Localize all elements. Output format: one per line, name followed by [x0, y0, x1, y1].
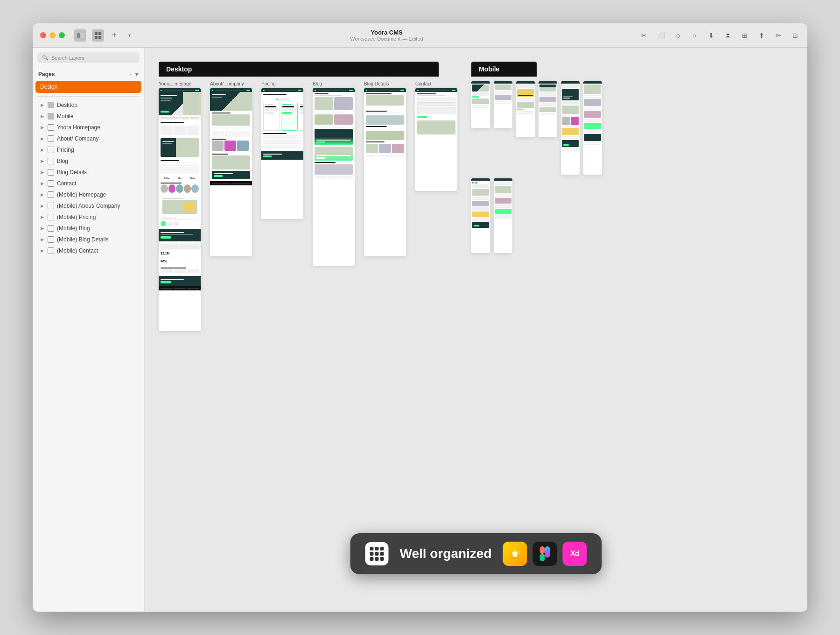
- sketch-icon[interactable]: [503, 542, 527, 566]
- svg-rect-9: [540, 546, 545, 554]
- layer-label: (Mobile) Pricing: [57, 214, 96, 220]
- screen-icon: [48, 158, 54, 164]
- view-options-icon[interactable]: ⊡: [791, 31, 800, 40]
- maximize-button[interactable]: [59, 32, 65, 38]
- layer-item-mobile[interactable]: ▶ Mobile: [35, 111, 142, 122]
- page-frame-contact[interactable]: [415, 88, 457, 191]
- download-icon[interactable]: ⬇: [707, 31, 716, 40]
- layer-item-contact[interactable]: ▶ Contact: [35, 178, 142, 189]
- diamond-icon[interactable]: ◇: [673, 31, 682, 40]
- screen-icon: [48, 191, 54, 198]
- adobe-xd-icon[interactable]: Xd: [563, 542, 587, 566]
- chevron-icon: ▶: [39, 136, 45, 141]
- screen-icon: [48, 225, 54, 232]
- divider: [37, 96, 140, 97]
- crop-icon[interactable]: ⬜: [656, 31, 665, 40]
- page-item-design[interactable]: Design: [35, 81, 141, 93]
- search-placeholder: Search Layers: [51, 55, 84, 61]
- layer-item-mobile-blog-details[interactable]: ▶ (Mobile) Blog Details: [35, 234, 142, 245]
- page-col-pricing: Pricing: [261, 81, 303, 219]
- svg-rect-2: [95, 32, 98, 35]
- layer-label: Desktop: [57, 102, 77, 108]
- search-layers-input[interactable]: 🔍 Search Layers: [37, 52, 140, 63]
- toolbar: ✂ ⬜ ◇ ○ ⬇ ⧗ ⊞ ⬆ ✏ ⊡: [639, 31, 800, 40]
- sidebar: 🔍 Search Layers Pages + ▾ Design ▶ Deskt…: [33, 48, 145, 612]
- cut-icon[interactable]: ✂: [639, 31, 649, 40]
- page-frame-homepage[interactable]: 290+ 12+ 20K+: [159, 88, 201, 331]
- filter-icon[interactable]: ⧗: [723, 31, 733, 40]
- mobile-frame-2[interactable]: [494, 81, 512, 128]
- desktop-label: Desktop: [159, 62, 439, 77]
- page-col-about: About/...ompany: [210, 81, 252, 256]
- svg-rect-0: [77, 33, 80, 38]
- chevron-down-icon[interactable]: ▾: [125, 31, 134, 40]
- add-page-button[interactable]: +: [129, 70, 133, 78]
- desktop-section: Desktop Yoora...mepage: [159, 62, 457, 331]
- minimize-button[interactable]: [49, 32, 56, 38]
- mobile-frame-1[interactable]: [471, 81, 490, 128]
- layer-label: Mobile: [57, 113, 73, 120]
- chevron-icon: ▶: [39, 248, 45, 254]
- mobile-frame-5[interactable]: [561, 81, 580, 175]
- page-frame-about[interactable]: [210, 88, 252, 256]
- layer-item-desktop[interactable]: ▶ Desktop: [35, 99, 142, 111]
- page-frame-blogdetails[interactable]: [364, 88, 406, 256]
- layer-item-mobile-pricing[interactable]: ▶ (Mobile) Pricing: [35, 212, 142, 223]
- add-button[interactable]: +: [110, 31, 119, 40]
- screen-icon: [48, 147, 54, 153]
- close-button[interactable]: [40, 32, 46, 38]
- svg-rect-12: [545, 550, 550, 557]
- screen-icon: [48, 247, 54, 254]
- sidebar-toggle-icon[interactable]: [74, 29, 86, 42]
- app-subtitle: Workspace Document — Edited: [350, 36, 423, 42]
- chevron-icon: ▶: [39, 181, 45, 186]
- layer-item-pricing[interactable]: ▶ Pricing: [35, 144, 142, 155]
- mobile-frame-6[interactable]: [583, 81, 602, 175]
- circle-icon[interactable]: ○: [690, 31, 699, 40]
- app-icons: Xd: [503, 542, 587, 566]
- screen-icon: [48, 124, 54, 131]
- pages-actions: + ▾: [129, 70, 139, 78]
- svg-rect-5: [98, 36, 101, 39]
- layer-label: Contact: [57, 180, 76, 187]
- layer-item-blog[interactable]: ▶ Blog: [35, 155, 142, 167]
- chevron-icon: ▶: [39, 169, 45, 175]
- folder-icon: [48, 102, 54, 108]
- pages-chevron-icon[interactable]: ▾: [135, 70, 139, 78]
- layer-item-mobile-blog[interactable]: ▶ (Mobile) Blog: [35, 223, 142, 234]
- traffic-lights: [40, 32, 65, 38]
- pen-icon[interactable]: ✏: [774, 31, 783, 40]
- screen-icon: [48, 214, 54, 220]
- pages-label: Pages: [38, 71, 55, 78]
- page-frame-blog[interactable]: [313, 88, 355, 266]
- folder-icon: [48, 113, 54, 120]
- page-col-blogdetails: Blog Details: [364, 81, 406, 256]
- layer-item-mobile-homepage[interactable]: ▶ (Mobile) Homepage: [35, 189, 142, 200]
- mini-logo: [161, 90, 162, 91]
- mobile-frame-3[interactable]: [516, 81, 535, 137]
- layer-item-mobile-contact[interactable]: ▶ (Mobile) Contact: [35, 245, 142, 256]
- page-col-label: Contact: [415, 81, 431, 86]
- chevron-icon: ▶: [39, 113, 45, 119]
- layer-label: (Mobile) About/ Company: [57, 203, 120, 209]
- mobile-frame-8[interactable]: [494, 178, 512, 253]
- page-col-label-pricing: Pricing: [261, 81, 276, 86]
- mini-logo-blog: [315, 90, 316, 91]
- layer-item-mobile-about[interactable]: ▶ (Mobile) About/ Company: [35, 200, 142, 212]
- layer-item-about[interactable]: ▶ About/ Company: [35, 133, 142, 144]
- layer-item-blog-details[interactable]: ▶ Blog Details: [35, 167, 142, 178]
- export-icon[interactable]: ⬆: [757, 31, 766, 40]
- figma-icon[interactable]: [533, 542, 557, 566]
- page-frame-pricing[interactable]: [261, 88, 303, 219]
- mobile-frame-4[interactable]: [539, 81, 557, 137]
- layers-icon[interactable]: ⊞: [740, 31, 749, 40]
- canvas[interactable]: Desktop Yoora...mepage: [145, 48, 807, 612]
- mobile-frame-7[interactable]: $0.3M: [471, 178, 490, 253]
- layer-label: (Mobile) Homepage: [57, 191, 106, 198]
- layer-item-yoora-homepage[interactable]: ▶ Yoora Homepage: [35, 122, 142, 133]
- mini-logo-pricing: [263, 90, 265, 91]
- grid-view-icon[interactable]: [92, 29, 104, 42]
- page-col-contact: Contact: [415, 81, 457, 191]
- chevron-icon: ▶: [39, 237, 45, 242]
- chevron-icon: ▶: [39, 102, 45, 108]
